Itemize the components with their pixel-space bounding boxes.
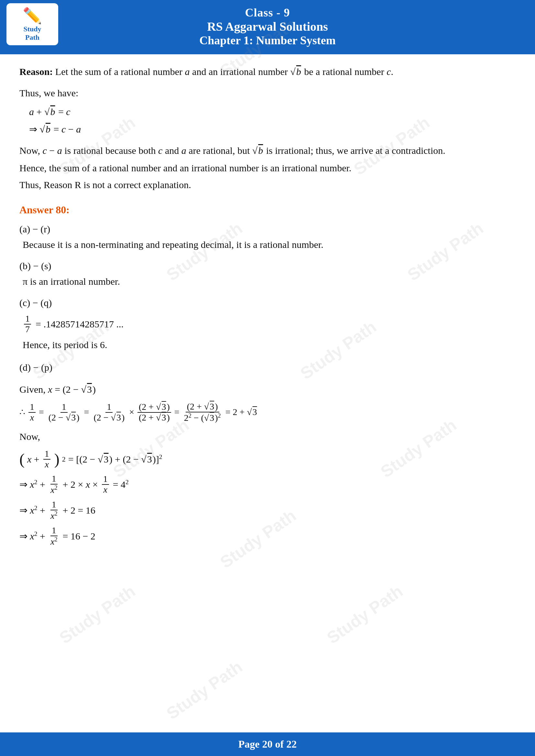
- page-header: ✏️ StudyPath Class - 9 RS Aggarwal Solut…: [0, 0, 535, 54]
- item-c-q: (c) − (q) 1 7 = .14285714285717 ... Henc…: [19, 295, 516, 353]
- header-chapter: Chapter 1: Number System: [3, 34, 532, 47]
- now-section: Now, c − a is rational because both c an…: [19, 143, 516, 193]
- main-content: Reason: Let the sum of a rational number…: [0, 54, 535, 577]
- frac-1-x-inline: 1 x: [102, 474, 109, 495]
- c-q-period: Hence, its period is 6.: [23, 337, 516, 353]
- big-eq-4: ⇒ x2 + 1 x2 = 16 − 2: [19, 526, 516, 547]
- now-label: Now,: [19, 429, 516, 445]
- c-q-fraction-row: 1 7 = .14285714285717 ...: [23, 314, 516, 335]
- thus-reason: Thus, Reason R is not a correct explanat…: [19, 177, 516, 193]
- now-text: Now, c − a is rational because both c an…: [19, 143, 516, 158]
- page-number: Page 20 of 22: [239, 738, 296, 750]
- header-title: RS Aggarwal Solutions: [3, 19, 532, 34]
- logo-text: StudyPath: [23, 25, 41, 42]
- reason-text: Let the sum of a rational number a and a…: [55, 66, 290, 77]
- frac-1-x2-b: 1 x2: [49, 500, 59, 521]
- logo: ✏️ StudyPath: [7, 3, 58, 45]
- reason-text2: be a rational number c.: [302, 66, 393, 77]
- sqrt-b-inline: √b: [290, 66, 301, 77]
- x-fraction-eq: ∴ 1 x = 1 (2 − √3) = 1 (2 − √3) × (2 + √…: [19, 402, 516, 423]
- frac-2-sqrt3-2-sqrt3: (2 + √3) (2 + √3): [137, 402, 171, 423]
- item-d-p: (d) − (p): [19, 360, 516, 375]
- frac-1-x-big: 1 x: [43, 449, 50, 470]
- a-r-text: Because it is a non-terminating and repe…: [23, 237, 516, 253]
- item-a-r: (a) − (r) Because it is a non-terminatin…: [19, 221, 516, 253]
- hence-text: Hence, the sum of a rational number and …: [19, 160, 516, 176]
- d-p-label: (d) − (p): [19, 360, 516, 375]
- c-q-equals: = .14285714285717 ...: [36, 316, 124, 332]
- thus-label: Thus, we have:: [19, 85, 516, 101]
- logo-icon: ✏️: [23, 7, 42, 25]
- reason-label: Reason:: [19, 66, 53, 77]
- frac-1-2-sqrt3: 1 (2 − √3): [47, 402, 81, 423]
- frac-1-x2: 1 x2: [49, 474, 59, 495]
- frac-1-x: 1 x: [28, 402, 36, 423]
- page-footer: Page 20 of 22: [0, 732, 535, 756]
- given-x-text: Given, x = (2 − √3): [19, 382, 516, 397]
- big-eq-3: ⇒ x2 + 1 x2 + 2 = 16: [19, 500, 516, 521]
- fraction-1-7: 1 7: [24, 314, 31, 335]
- big-eq-1: ( x + 1 x ) 2 = [(2 − √3) + (2 − √3)]2: [19, 449, 516, 470]
- b-s-text: π is an irrational number.: [23, 274, 516, 289]
- frac-1-2-sqrt3-b: 1 (2 − √3): [92, 402, 126, 423]
- frac-1-x2-c: 1 x2: [49, 526, 59, 547]
- equation-1: a + √b = c ⇒ √b = c − a: [19, 104, 516, 137]
- b-s-label: (b) − (s): [19, 258, 516, 274]
- header-class: Class - 9: [3, 6, 532, 19]
- answer-80-label: Answer 80:: [19, 202, 516, 218]
- therefore-symbol: ∴: [19, 405, 25, 419]
- frac-result: (2 + √3) 22 − (√3)2: [183, 402, 222, 423]
- a-r-label: (a) − (r): [19, 221, 516, 237]
- c-q-label: (c) − (q): [19, 295, 516, 310]
- thus-section: Thus, we have: a + √b = c ⇒ √b = c − a: [19, 85, 516, 137]
- item-b-s: (b) − (s) π is an irrational number.: [19, 258, 516, 289]
- reason-paragraph: Reason: Let the sum of a rational number…: [19, 64, 516, 79]
- given-x-section: Given, x = (2 − √3) ∴ 1 x = 1 (2 − √3) =…: [19, 382, 516, 423]
- big-eq-2: ⇒ x2 + 1 x2 + 2 × x × 1 x = 42: [19, 474, 516, 495]
